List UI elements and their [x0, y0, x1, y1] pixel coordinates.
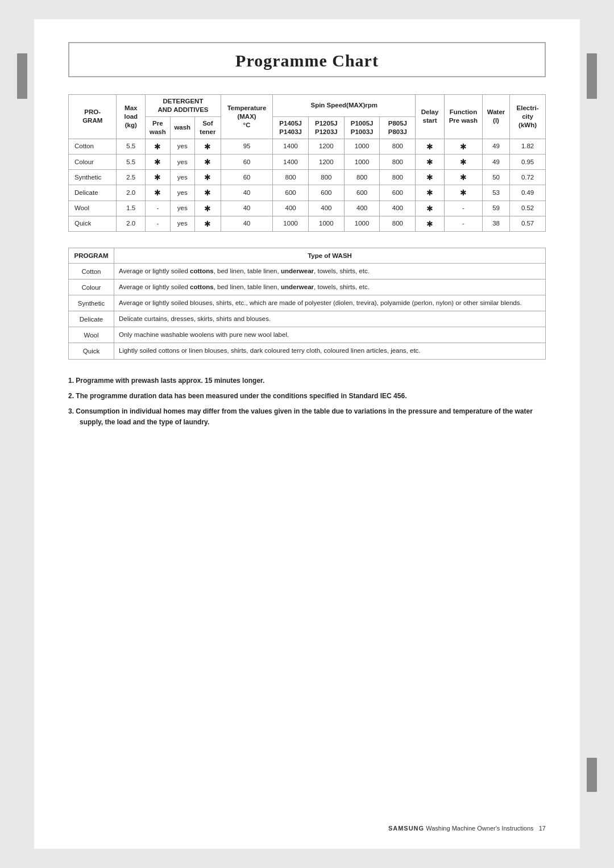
side-bar-left [17, 53, 27, 99]
note-item: 1. Programme with prewash lasts approx. … [68, 375, 546, 386]
table-cell: - [444, 201, 482, 216]
table-cell: 1000 [344, 139, 380, 154]
table-row: Delicate2.0✱yes✱40600600600600✱✱530.49 [69, 185, 546, 201]
table-cell: ✱ [416, 185, 445, 201]
wash-type-table: PROGRAM Type of WASH CottonAverage or li… [68, 248, 546, 360]
table-cell: 1000 [344, 216, 380, 231]
wash-col1-header: PROGRAM [69, 248, 114, 263]
table-cell: 40 [221, 216, 272, 231]
table-cell: ✱ [146, 139, 170, 154]
table-cell: yes [170, 185, 194, 201]
table-cell: 600 [309, 185, 345, 201]
table-cell: Colour [69, 154, 117, 169]
table-cell: Cotton [69, 139, 117, 154]
table-row: Quick2.0-yes✱40100010001000800✱-380.57 [69, 216, 546, 231]
table-cell: 2.5 [117, 170, 146, 185]
table-cell: - [146, 216, 170, 231]
side-bar-right-bottom [587, 758, 597, 792]
col-water-header: Water(l) [482, 95, 509, 139]
table-cell: 38 [482, 216, 509, 231]
wash-program-name: Wool [69, 327, 114, 343]
table-cell: ✱ [146, 170, 170, 185]
table-cell: ✱ [444, 185, 482, 201]
page: Programme Chart PRO-GRAM Maxload(kg) DET… [34, 19, 580, 849]
table-cell: ✱ [416, 139, 445, 154]
wash-program-name: Delicate [69, 311, 114, 327]
table-cell: ✱ [416, 154, 445, 169]
col-program-header: PRO-GRAM [69, 95, 117, 139]
table-cell: 0.49 [510, 185, 546, 201]
table-cell: yes [170, 201, 194, 216]
table-cell: - [444, 216, 482, 231]
table-cell: 1000 [344, 154, 380, 169]
table-cell: ✱ [194, 185, 221, 201]
table-cell: 1200 [309, 154, 345, 169]
table-cell: ✱ [194, 216, 221, 231]
table-cell: 53 [482, 185, 509, 201]
table-cell: 400 [273, 201, 309, 216]
programme-table: PRO-GRAM Maxload(kg) DETERGENTAND ADDITI… [68, 94, 546, 232]
table-cell: ✱ [146, 154, 170, 169]
table-cell: ✱ [444, 139, 482, 154]
table-cell: Synthetic [69, 170, 117, 185]
wash-program-name: Synthetic [69, 295, 114, 311]
col-temp-header: Temperature(MAX)°C [221, 95, 272, 139]
col-detergent-header: DETERGENTAND ADDITIVES [146, 95, 221, 117]
wash-description: Lightly soiled cottons or linen blouses,… [114, 343, 546, 359]
footer-brand: SAMSUNG [388, 825, 424, 832]
table-cell: 400 [344, 201, 380, 216]
wash-description: Average or lightly soiled cottons, bed l… [114, 263, 546, 279]
table-cell: 800 [380, 170, 416, 185]
table-cell: 800 [380, 216, 416, 231]
wash-program-name: Colour [69, 279, 114, 295]
table-cell: ✱ [416, 201, 445, 216]
footer: SAMSUNG Washing Machine Owner's Instruct… [388, 825, 546, 832]
col-spin3-header: P1005JP1003J [344, 116, 380, 139]
wash-description: Delicate curtains, dresses, skirts, shir… [114, 311, 546, 327]
table-cell: 600 [380, 185, 416, 201]
table-cell: 49 [482, 139, 509, 154]
table-cell: 2.0 [117, 216, 146, 231]
table-row: Wool1.5-yes✱40400400400400✱-590.52 [69, 201, 546, 216]
footer-text: Washing Machine Owner's Instructions [426, 825, 533, 832]
wash-description: Average or lightly soiled cottons, bed l… [114, 279, 546, 295]
table-cell: ✱ [444, 170, 482, 185]
table-cell: Quick [69, 216, 117, 231]
wash-description: Average or lightly soiled blouses, shirt… [114, 295, 546, 311]
wash-table-row: ColourAverage or lightly soiled cottons,… [69, 279, 546, 295]
col-wash-header: wash [170, 116, 194, 139]
table-cell: 0.72 [510, 170, 546, 185]
table-row: Colour5.5✱yes✱60140012001000800✱✱490.95 [69, 154, 546, 169]
footer-page-number: 17 [539, 825, 546, 832]
col-electricity-header: Electri-city(kWh) [510, 95, 546, 139]
table-cell: 1000 [309, 216, 345, 231]
table-cell: 1400 [273, 154, 309, 169]
table-cell: ✱ [146, 185, 170, 201]
table-cell: 800 [380, 139, 416, 154]
wash-description: Only machine washable woolens with pure … [114, 327, 546, 343]
table-cell: 600 [344, 185, 380, 201]
notes-section: 1. Programme with prewash lasts approx. … [68, 375, 546, 428]
col-prewash-header: Prewash [146, 116, 170, 139]
table-cell: ✱ [194, 139, 221, 154]
side-bar-right [587, 53, 597, 99]
table-cell: ✱ [444, 154, 482, 169]
table-cell: 800 [344, 170, 380, 185]
table-cell: ✱ [194, 201, 221, 216]
table-row: Synthetic2.5✱yes✱60800800800800✱✱500.72 [69, 170, 546, 185]
wash-program-name: Cotton [69, 263, 114, 279]
table-cell: ✱ [416, 216, 445, 231]
table-cell: 800 [380, 154, 416, 169]
table-cell: 2.0 [117, 185, 146, 201]
table-cell: 49 [482, 154, 509, 169]
table-cell: 40 [221, 201, 272, 216]
table-cell: 0.52 [510, 201, 546, 216]
table-cell: 40 [221, 185, 272, 201]
wash-table-row: CottonAverage or lightly soiled cottons,… [69, 263, 546, 279]
col-delay-header: Delaystart [416, 95, 445, 139]
note-item: 2. The programme duration data has been … [68, 391, 546, 402]
note-item: 3. Consumption in individual homes may d… [68, 406, 546, 428]
table-cell: 600 [273, 185, 309, 201]
page-title: Programme Chart [68, 42, 546, 77]
wash-table-row: QuickLightly soiled cottons or linen blo… [69, 343, 546, 359]
